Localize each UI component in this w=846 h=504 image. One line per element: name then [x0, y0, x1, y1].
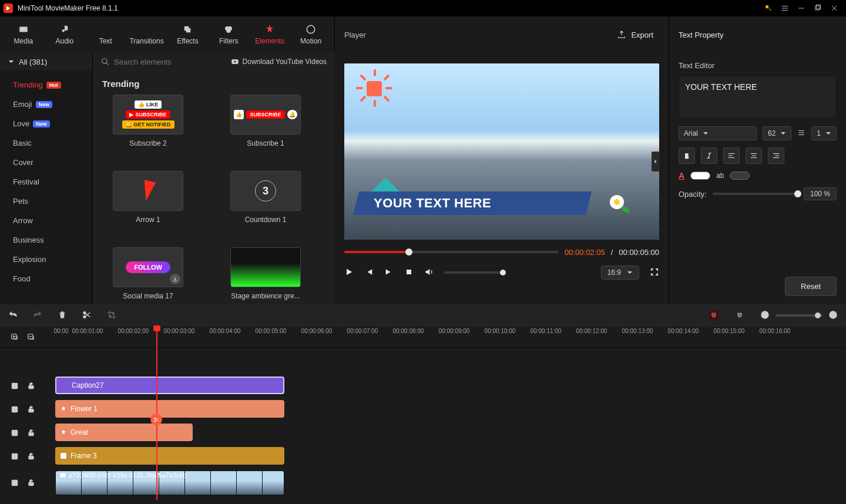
clip-video[interactable]: a7204f05-59bf-433e-9131-2fa85a7a3c6b — [55, 471, 284, 495]
record-icon[interactable] — [352, 224, 363, 235]
category-explosion[interactable]: Explosion — [0, 250, 92, 269]
category-trending[interactable]: TrendingHot — [0, 75, 92, 95]
aspect-ratio-select[interactable]: 16:9 — [601, 266, 639, 280]
line-height-select[interactable]: 1 — [811, 126, 837, 140]
align-center-button[interactable] — [746, 147, 762, 164]
tab-motion[interactable]: Motion — [291, 19, 331, 51]
progress-bar[interactable]: 00:00:02:05 / 00:00:05:00 — [344, 243, 659, 261]
next-frame-button[interactable] — [384, 267, 394, 278]
thumb-label: Stage ambience gre... — [231, 292, 300, 300]
tab-transitions[interactable]: Transitions — [127, 19, 167, 51]
tab-elements[interactable]: Elements — [250, 19, 290, 51]
zoom-out-button[interactable] — [760, 310, 770, 321]
panel-collapse-button[interactable] — [652, 152, 660, 172]
font-color-swatch[interactable] — [690, 172, 710, 180]
tab-effects[interactable]: Effects — [168, 19, 208, 51]
element-thumb-social17[interactable]: FOLLOW Social media 17 — [101, 247, 195, 300]
clip-great[interactable]: Great — [55, 424, 193, 441]
search-input[interactable] — [114, 58, 225, 66]
unlock-icon[interactable] — [27, 452, 35, 461]
export-button[interactable]: Export — [611, 26, 659, 43]
volume-slider[interactable] — [444, 271, 503, 274]
track-icon[interactable] — [11, 405, 19, 414]
clip-caption[interactable]: Caption27 — [55, 377, 284, 394]
tab-filters[interactable]: Filters — [209, 19, 249, 51]
category-festival[interactable]: Festival — [0, 172, 92, 191]
element-thumb-subscribe2[interactable]: 👍 LIKE ▶ SUBSCRIBE 🔔 GET NOTIFIED Subscr… — [101, 95, 195, 147]
category-love[interactable]: LoveNew — [0, 114, 92, 133]
volume-button[interactable] — [424, 267, 434, 278]
font-size-select[interactable]: 62 — [763, 126, 791, 140]
category-basic[interactable]: Basic — [0, 133, 92, 153]
close-icon[interactable] — [826, 0, 842, 16]
element-thumb-arrow1[interactable]: Arrow 1 — [101, 171, 195, 224]
category-cover[interactable]: Cover — [0, 153, 92, 172]
element-thumb-countdown1[interactable]: 3 Countdown 1 — [219, 171, 313, 224]
crop-button[interactable] — [107, 310, 116, 321]
track-icon[interactable] — [11, 382, 19, 390]
text-editor-label: Text Editor — [679, 61, 837, 70]
track-icon[interactable] — [11, 479, 19, 487]
unlock-icon[interactable] — [27, 382, 35, 390]
tab-text[interactable]: Text — [86, 19, 126, 51]
split-button[interactable] — [82, 310, 92, 321]
play-button[interactable] — [344, 267, 354, 278]
category-arrow[interactable]: Arrow — [0, 211, 92, 230]
element-thumb-stage-ambience[interactable]: Stage ambience gre... — [219, 247, 313, 300]
stop-button[interactable] — [404, 267, 414, 278]
search-elements[interactable] — [101, 58, 225, 66]
tab-audio[interactable]: Audio — [45, 19, 85, 51]
timeline-ruler[interactable]: 00:00 00:00:01:0000:00:02:0000:00:03:000… — [0, 327, 846, 348]
font-family-select[interactable]: Arial — [679, 126, 757, 140]
category-all[interactable]: All (381) — [0, 53, 92, 70]
tab-label: Text — [99, 37, 112, 45]
delete-button[interactable] — [58, 310, 67, 321]
unlock-icon[interactable] — [27, 429, 35, 437]
clip-label: Great — [70, 428, 88, 436]
remove-track-icon[interactable] — [27, 333, 35, 341]
fullscreen-button[interactable] — [650, 267, 659, 278]
italic-button[interactable] — [701, 147, 717, 164]
license-key-icon[interactable] — [760, 0, 777, 16]
minimize-icon[interactable] — [793, 0, 810, 16]
align-left-button[interactable] — [723, 147, 740, 164]
track-icon[interactable] — [11, 452, 19, 461]
snapshot-icon[interactable] — [371, 224, 382, 235]
element-thumb-subscribe1[interactable]: 👍 SUBSCRIBE 🔔 Subscribe 1 — [219, 95, 313, 147]
download-youtube-link[interactable]: Download YouTube Videos — [231, 58, 327, 66]
ruler-tick: 00:00:08:00 — [393, 328, 424, 334]
clip-flower[interactable]: Flower 1 — [55, 400, 284, 418]
unlock-icon[interactable] — [27, 405, 35, 414]
ribbon-tabs: Media Audio Text Transitions Effects Fil… — [0, 16, 335, 53]
track-icon[interactable] — [11, 429, 19, 437]
maximize-icon[interactable] — [810, 0, 826, 16]
share-icon[interactable] — [390, 224, 401, 235]
opacity-slider[interactable] — [713, 193, 798, 195]
reset-button[interactable]: Reset — [785, 277, 837, 296]
like-pill: 👍 LIKE — [135, 100, 162, 109]
category-food[interactable]: Food — [0, 269, 92, 288]
category-emoji[interactable]: EmojiNew — [0, 95, 92, 114]
category-business[interactable]: Business — [0, 230, 92, 250]
redo-button[interactable] — [33, 310, 42, 321]
tab-media[interactable]: Media — [4, 19, 43, 51]
category-pets[interactable]: Pets — [0, 191, 92, 211]
unlock-icon[interactable] — [27, 479, 35, 487]
zoom-in-button[interactable] — [828, 310, 838, 321]
prev-frame-button[interactable] — [364, 267, 374, 278]
menu-icon[interactable] — [777, 0, 793, 16]
bold-button[interactable] — [679, 147, 695, 164]
align-right-button[interactable] — [768, 147, 784, 164]
add-track-icon[interactable] — [11, 333, 19, 341]
zoom-slider[interactable] — [776, 314, 822, 317]
magnet-left-icon[interactable] — [709, 310, 719, 321]
undo-button[interactable] — [8, 310, 18, 321]
magnet-right-icon[interactable] — [734, 310, 745, 321]
text-editor-input[interactable] — [679, 76, 837, 118]
clip-frame[interactable]: Frame 3 — [55, 447, 284, 465]
highlight-swatch[interactable] — [730, 172, 750, 180]
video-preview[interactable]: YOUR TEXT HERE — [344, 63, 659, 240]
app-logo — [4, 4, 13, 13]
split-marker[interactable] — [150, 414, 162, 425]
ruler-tick: 00:00 — [53, 328, 68, 334]
